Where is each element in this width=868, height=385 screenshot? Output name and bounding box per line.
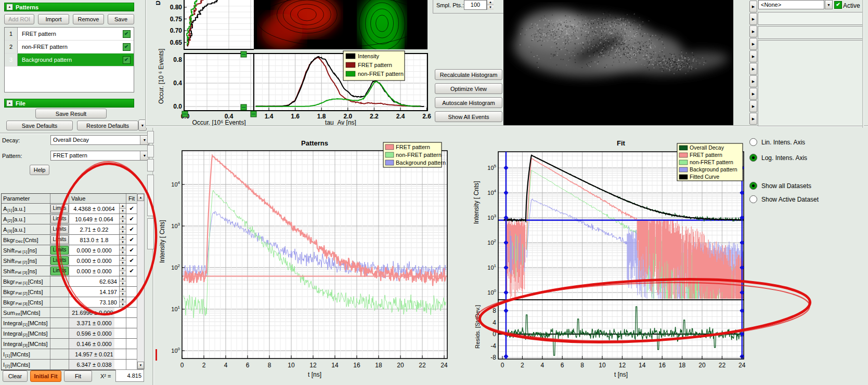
save-defaults-button[interactable]: Save Defaults <box>6 121 73 130</box>
radio-icon[interactable] <box>749 154 757 162</box>
param-fit-check[interactable] <box>126 276 137 286</box>
decay-select[interactable]: Overall Decay ▼ <box>50 135 149 145</box>
param-fit-check[interactable] <box>126 339 137 349</box>
expand-arrow-button[interactable]: ▶ <box>749 113 757 125</box>
pattern-select[interactable]: FRET pattern ▼ <box>50 151 149 161</box>
limits-button[interactable]: Limits <box>50 246 69 255</box>
table-scrollbar[interactable]: ▲ ▼ <box>137 193 145 369</box>
param-value[interactable]: 4.4368 ± 0.0064 <box>69 204 119 214</box>
param-spinner[interactable]: ▲▼ <box>119 224 126 234</box>
limits-button[interactable]: Limits <box>50 204 69 213</box>
restore-defaults-button[interactable]: Restore Defaults <box>77 121 138 130</box>
param-value[interactable]: 73.180 <box>69 297 119 307</box>
param-spinner[interactable]: ▲▼ <box>119 287 126 297</box>
collapse-icon[interactable]: ▲ <box>6 4 13 10</box>
autoscale-histogram-button[interactable]: Autoscale Histogram <box>435 97 502 108</box>
pattern-list-item[interactable]: 1FRET pattern✔ <box>5 28 134 41</box>
plot-toolbar-box[interactable] <box>147 218 154 249</box>
param-value[interactable]: 2.71 ± 0.22 <box>69 224 119 234</box>
param-fit-check[interactable]: ✔ <box>126 245 137 255</box>
limits-button[interactable]: Limits <box>50 267 69 275</box>
flim-histogram-plot[interactable]: 0.800.750.700.65D0.00.40.80.00.41.41.61.… <box>156 0 433 126</box>
param-fit-check[interactable] <box>126 287 137 297</box>
expand-arrow-button[interactable]: ▶ <box>749 25 757 37</box>
param-spinner[interactable]: ▲▼ <box>119 235 126 245</box>
fit-button[interactable]: Fit <box>64 370 92 382</box>
param-spinner[interactable]: ▲▼ <box>119 214 126 224</box>
save-result-button[interactable]: Save Result <box>35 109 107 118</box>
param-fit-check[interactable]: ✔ <box>126 256 137 265</box>
remove-button[interactable]: Remove <box>73 14 104 24</box>
expand-arrow-button[interactable]: ▶ <box>749 63 757 75</box>
param-value[interactable]: 14.197 <box>69 287 119 297</box>
plot-toolbar-box[interactable] <box>147 145 154 157</box>
expand-arrow-button[interactable]: ▶ <box>749 38 757 50</box>
clear-button[interactable]: Clear <box>3 370 28 382</box>
param-fit-check[interactable]: ✔ <box>126 224 137 234</box>
limits-button[interactable]: Limits <box>50 235 69 244</box>
plot-toolbar-box[interactable] <box>147 131 154 143</box>
radio-show-active[interactable]: Show Active Dataset <box>749 195 819 203</box>
radio-icon[interactable] <box>749 182 757 190</box>
param-fit-check[interactable] <box>126 308 137 317</box>
initial-fit-button[interactable]: Initial Fit <box>30 370 61 382</box>
param-spinner[interactable]: ▲▼ <box>119 276 126 286</box>
pattern-list-item[interactable]: 2non-FRET pattern✔ <box>5 41 134 54</box>
sampling-input[interactable]: 100 <box>464 0 487 10</box>
param-spinner[interactable]: ▲▼ <box>119 245 126 255</box>
recalculate-histogram-button[interactable]: Recalculate Histogram <box>435 69 502 80</box>
pattern-row-checkbox[interactable]: ✔ <box>119 30 134 38</box>
plot-toolbar-box[interactable] <box>147 159 154 171</box>
radio-show-all[interactable]: Show all Datasets <box>749 182 811 190</box>
param-spinner[interactable]: ▲▼ <box>119 297 126 307</box>
param-spinner[interactable]: ▲▼ <box>119 204 126 214</box>
check-icon[interactable]: ✔ <box>123 43 131 51</box>
param-spinner[interactable]: ▲▼ <box>119 266 126 276</box>
save-button[interactable]: Save <box>108 14 134 24</box>
plot-toolbar-box[interactable] <box>147 175 154 216</box>
scroll-up-icon[interactable]: ▲ <box>137 194 144 201</box>
pattern-list-item[interactable]: 3Background pattern✔ <box>5 54 134 67</box>
param-fit-check[interactable]: ✔ <box>126 266 137 276</box>
limits-button[interactable]: Limits <box>50 225 69 234</box>
param-value[interactable]: 62.634 <box>69 276 119 286</box>
pattern-row-checkbox[interactable]: ✔ <box>119 56 134 64</box>
expand-arrow-button[interactable]: ▶ <box>749 13 757 25</box>
param-fit-check[interactable]: ✔ <box>126 214 137 224</box>
collapse-icon[interactable]: ▲ <box>6 100 13 107</box>
expand-arrow-button[interactable]: ▶ <box>749 100 757 112</box>
param-value[interactable]: 0.000 ± 0.000 <box>69 256 119 265</box>
expand-arrow-button[interactable]: ▶ <box>749 75 757 87</box>
param-value[interactable]: 0.000 ± 0.000 <box>69 245 119 255</box>
param-fit-check[interactable] <box>126 360 137 369</box>
check-icon[interactable]: ✔ <box>123 30 131 38</box>
param-value[interactable]: 0.000 ± 0.000 <box>69 266 119 276</box>
optimize-view-button[interactable]: Optimize View <box>435 83 502 94</box>
radio-log[interactable]: Log. Intens. Axis <box>749 154 807 162</box>
param-fit-check[interactable] <box>126 297 137 307</box>
param-fit-check[interactable] <box>126 328 137 338</box>
dataset-select-arrow[interactable]: ▼ <box>825 0 833 9</box>
radio-lin[interactable]: Lin. Intens. Axis <box>749 138 805 146</box>
dataset-select[interactable]: <None> <box>758 0 824 9</box>
pattern-row-checkbox[interactable]: ✔ <box>119 43 134 51</box>
patterns-decay-plot[interactable]: 100101102103104024681012141618202224t [n… <box>156 128 456 385</box>
help-button[interactable]: Help <box>30 165 49 175</box>
param-fit-check[interactable] <box>126 318 137 328</box>
fit-decay-plot[interactable]: 100101102103104105840-4-8024681012141618… <box>468 128 749 385</box>
radio-icon[interactable] <box>749 138 757 146</box>
limits-button[interactable]: Limits <box>50 256 69 265</box>
scroll-down-icon[interactable]: ▼ <box>137 362 144 369</box>
sampling-stepper[interactable]: ▲▼ <box>487 0 494 10</box>
show-all-events-button[interactable]: Show All Events <box>435 111 502 122</box>
param-value[interactable]: 813.0 ± 1.8 <box>69 235 119 245</box>
limits-button[interactable]: Limits <box>50 215 69 223</box>
expand-arrow-button[interactable]: ▶ <box>749 1 757 12</box>
active-checkbox[interactable]: ✔ <box>834 1 842 9</box>
param-spinner[interactable]: ▲▼ <box>119 256 126 265</box>
check-icon[interactable]: ✔ <box>123 56 131 64</box>
expand-arrow-button[interactable]: ▶ <box>749 88 757 100</box>
param-fit-check[interactable]: ✔ <box>126 235 137 245</box>
import-button[interactable]: Import <box>38 14 69 24</box>
param-fit-check[interactable]: ✔ <box>126 204 137 214</box>
